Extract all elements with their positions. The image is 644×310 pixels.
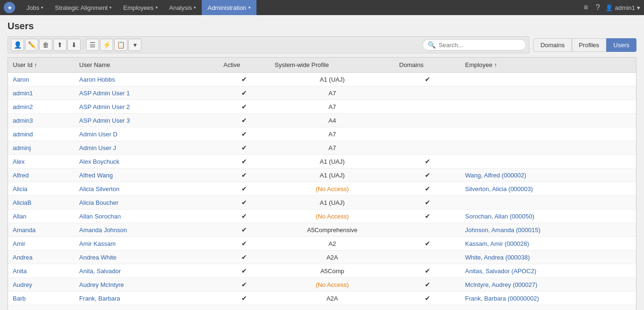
domains-checkmark: ✔ bbox=[425, 185, 430, 193]
cell-domains bbox=[395, 223, 461, 237]
active-checkmark: ✔ bbox=[241, 240, 247, 247]
table-row[interactable]: AliciaBAlicia Boucher✔A1 (UAJ)✔ bbox=[8, 196, 636, 209]
header-row: 👤✏️🗑⬆⬇☰⚡📋▾ 🔍 DomainsProfilesUsers bbox=[8, 36, 636, 53]
table-row[interactable]: AmandaAmanda Johnson✔A5ComprehensiveJohn… bbox=[8, 223, 636, 237]
table-row[interactable]: BeatriceWatson, Beatrice Reina✔(No Acces… bbox=[8, 305, 636, 310]
active-checkmark: ✔ bbox=[241, 103, 247, 110]
tab-users[interactable]: Users bbox=[606, 38, 636, 52]
cell-active: ✔ bbox=[219, 168, 270, 182]
active-checkmark: ✔ bbox=[241, 199, 247, 206]
table-row[interactable]: AnitaAnita, Salvador✔A5Comp✔Anitas, Salv… bbox=[8, 264, 636, 278]
help-icon[interactable]: ? bbox=[594, 1, 602, 14]
nav-right: ≡ ? 👤 admin1 ▾ bbox=[582, 1, 640, 14]
cell-user-id: Alicia bbox=[8, 182, 74, 196]
col-header-domains[interactable]: Domains bbox=[395, 58, 461, 73]
table-row[interactable]: adminjAdmin User J✔A7 bbox=[8, 141, 636, 155]
cell-user-id: Aaron bbox=[8, 73, 74, 86]
table-row[interactable]: AlfredAlfred Wang✔A1 (UAJ)✔Wang, Alfred … bbox=[8, 168, 636, 182]
search-input[interactable] bbox=[438, 42, 521, 49]
nav-item-employees[interactable]: Employees▾ bbox=[117, 0, 163, 15]
tab-domains[interactable]: Domains bbox=[533, 38, 571, 52]
nav-item-jobs[interactable]: Jobs▾ bbox=[21, 0, 49, 15]
active-checkmark: ✔ bbox=[241, 130, 247, 138]
copy-btn[interactable]: 📋 bbox=[114, 39, 127, 51]
cell-user-id: Barb bbox=[8, 292, 74, 305]
table-row[interactable]: AliciaAlicia Silverton✔(No Access)✔Silve… bbox=[8, 182, 636, 196]
cell-employee: White, Andrea (000038) bbox=[461, 251, 636, 264]
active-checkmark: ✔ bbox=[241, 212, 247, 220]
active-checkmark: ✔ bbox=[241, 308, 247, 310]
cell-employee: Johnson, Amanda (000015) bbox=[461, 223, 636, 237]
cell-user-name: Amanda Johnson bbox=[74, 223, 219, 237]
columns-btn[interactable]: ☰ bbox=[86, 39, 99, 51]
cell-employee bbox=[461, 196, 636, 209]
cell-active: ✔ bbox=[219, 223, 270, 237]
cell-domains bbox=[395, 86, 461, 100]
col-header-employee[interactable]: Employee ↑ bbox=[461, 58, 636, 73]
col-header-active[interactable]: Active bbox=[219, 58, 270, 73]
cell-active: ✔ bbox=[219, 292, 270, 305]
cell-profile: A2 bbox=[270, 237, 395, 251]
toolbar-separator bbox=[83, 40, 83, 50]
delete-btn[interactable]: 🗑 bbox=[39, 39, 52, 51]
active-checkmark: ✔ bbox=[241, 226, 247, 234]
table-row[interactable]: BarbFrank, Barbara✔A2A✔Frank, Barbara (0… bbox=[8, 292, 636, 305]
table-row[interactable]: AllanAllan Sorochan✔(No Access)✔Sorochan… bbox=[8, 209, 636, 223]
cell-employee bbox=[461, 155, 636, 168]
cell-user-id: Audrey bbox=[8, 278, 74, 292]
search-box[interactable]: 🔍 bbox=[422, 39, 526, 50]
page-title: Users bbox=[8, 21, 636, 32]
table-row[interactable]: AaronAaron Hobbs✔A1 (UAJ)✔ bbox=[8, 73, 636, 86]
table-row[interactable]: admin1ASP Admin User 1✔A7 bbox=[8, 86, 636, 100]
cell-employee: Kassam, Amir (000028) bbox=[461, 237, 636, 251]
table-row[interactable]: admindAdmin User D✔A7 bbox=[8, 127, 636, 141]
import-btn[interactable]: ⬆ bbox=[53, 39, 66, 51]
user-arrow: ▾ bbox=[637, 4, 640, 11]
cell-user-id: Alfred bbox=[8, 168, 74, 182]
tab-profiles[interactable]: Profiles bbox=[572, 38, 606, 52]
filter-btn[interactable]: ⚡ bbox=[100, 39, 113, 51]
cell-profile: A7 bbox=[270, 86, 395, 100]
nav-item-administration[interactable]: Administration▾ bbox=[202, 0, 256, 15]
cell-active: ✔ bbox=[219, 196, 270, 209]
cell-user-name: Admin User D bbox=[74, 127, 219, 141]
table-row[interactable]: admin2ASP Admin User 2✔A7 bbox=[8, 100, 636, 114]
add-user-btn[interactable]: 👤 bbox=[11, 39, 24, 51]
edit-btn[interactable]: ✏️ bbox=[25, 39, 38, 51]
cell-employee bbox=[461, 86, 636, 100]
cell-profile: A5Comp bbox=[270, 264, 395, 278]
cell-user-id: Beatrice bbox=[8, 305, 74, 310]
cell-profile: A1 (UAJ) bbox=[270, 73, 395, 86]
domains-checkmark: ✔ bbox=[425, 212, 430, 220]
table-row[interactable]: AmirAmir Kassam✔A2✔Kassam, Amir (000028) bbox=[8, 237, 636, 251]
table-row[interactable]: AlexAlex Boychuck✔A1 (UAJ)✔ bbox=[8, 155, 636, 168]
col-header-user_id[interactable]: User Id ↑ bbox=[8, 58, 74, 73]
cell-profile: (No Access) bbox=[270, 278, 395, 292]
table-row[interactable]: AndreaAndrea White✔A2AWhite, Andrea (000… bbox=[8, 251, 636, 264]
cell-domains: ✔ bbox=[395, 305, 461, 310]
active-checkmark: ✔ bbox=[241, 185, 247, 193]
nav-item-analysis[interactable]: Analysis▾ bbox=[164, 0, 202, 15]
cell-domains: ✔ bbox=[395, 237, 461, 251]
table-row[interactable]: AudreyAudrey McIntyre✔(No Access)✔McInty… bbox=[8, 278, 636, 292]
col-header-user_name[interactable]: User Name bbox=[74, 58, 219, 73]
cell-user-name: Allan Sorochan bbox=[74, 209, 219, 223]
search-icon: 🔍 bbox=[428, 41, 436, 49]
cell-user-id: Andrea bbox=[8, 251, 74, 264]
table-row[interactable]: admin3ASP Admin User 3✔A4 bbox=[8, 114, 636, 127]
cell-employee: Silverton, Alicia (000003) bbox=[461, 182, 636, 196]
export-btn[interactable]: ⬇ bbox=[67, 39, 81, 51]
cell-employee: Wang, Alfred (000002) bbox=[461, 168, 636, 182]
cell-user-name: Aaron Hobbs bbox=[74, 73, 219, 86]
cell-domains: ✔ bbox=[395, 155, 461, 168]
toolbar-more-btn[interactable]: ▾ bbox=[128, 39, 141, 51]
cell-profile: A7 bbox=[270, 100, 395, 114]
domains-checkmark: ✔ bbox=[425, 281, 430, 288]
cell-profile: A2A bbox=[270, 292, 395, 305]
col-header-profile[interactable]: System-wide Profile bbox=[270, 58, 395, 73]
user-menu[interactable]: 👤 admin1 ▾ bbox=[605, 4, 640, 11]
cell-user-name: ASP Admin User 3 bbox=[74, 114, 219, 127]
nav-item-strategic-alignment[interactable]: Strategic Alignment▾ bbox=[49, 0, 117, 15]
user-icon: 👤 bbox=[605, 4, 613, 11]
menu-icon[interactable]: ≡ bbox=[582, 1, 590, 14]
